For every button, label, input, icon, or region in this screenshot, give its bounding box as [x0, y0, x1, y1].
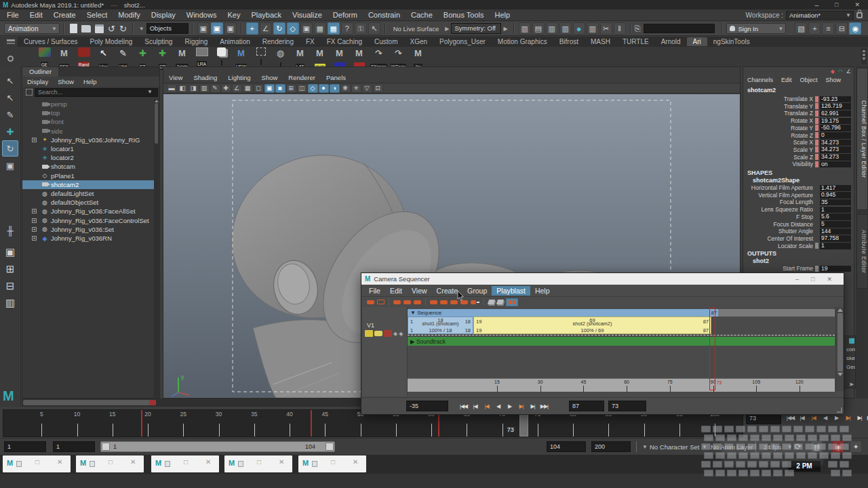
channel-value-field[interactable]: 0: [820, 132, 851, 139]
channel-value-field[interactable]: 144: [820, 228, 851, 235]
transport-step-back-button[interactable]: ◀: [492, 401, 504, 412]
shelf-item-dash[interactable]: [252, 47, 270, 68]
layer-name[interactable]: contr: [844, 345, 855, 354]
viewport-icon-14[interactable]: ●: [319, 84, 329, 93]
viewport-icon-2[interactable]: ◨: [189, 84, 199, 93]
paint-select-tool[interactable]: ✎: [2, 106, 18, 123]
close-button[interactable]: ✕: [821, 276, 838, 283]
viewport-icon-8[interactable]: ◻: [254, 84, 264, 93]
sequencer-playhead[interactable]: [709, 308, 715, 390]
outliner-menu-display[interactable]: Display: [22, 78, 53, 85]
render-icon-6[interactable]: ✂: [600, 22, 612, 35]
redo-icon[interactable]: ↻: [119, 24, 127, 34]
editor-toggle-icon-1[interactable]: +: [808, 22, 821, 35]
undo-icon[interactable]: ↺: [108, 24, 115, 34]
sequencer-menu-group[interactable]: Group: [462, 286, 492, 296]
channel-row-vertical-film-aperture[interactable]: Vertical Film Aperture0.945: [743, 192, 854, 199]
channel-row-focus-distance[interactable]: Focus Distance5: [743, 221, 854, 228]
channel-node-name[interactable]: shotcam2: [743, 85, 854, 93]
outliner-item-locator2[interactable]: ✳locator2: [22, 153, 155, 162]
range-handle-left[interactable]: [102, 443, 110, 451]
outliner-menu-show[interactable]: Show: [53, 78, 79, 85]
playback-end-field[interactable]: 104: [547, 441, 586, 452]
playblast-options-icon[interactable]: ▦: [810, 441, 823, 453]
viewport-icon-16[interactable]: ❋: [340, 84, 351, 93]
shot-block-2[interactable]: 1969shot2 (shotcam2)8719100% / 6987: [473, 317, 711, 334]
maximize-icon[interactable]: □: [257, 458, 261, 466]
sequencer-range-end-field[interactable]: 87: [569, 401, 604, 411]
track-lock-icon[interactable]: [365, 330, 373, 337]
scale-tool[interactable]: ▣: [2, 157, 18, 174]
viewport-icon-6[interactable]: ∠: [232, 84, 242, 93]
menu-select[interactable]: Select: [81, 10, 113, 20]
channel-value-field[interactable]: 1: [820, 207, 851, 214]
transport-go-start-button[interactable]: |◀◀: [458, 401, 469, 412]
selection-mask-field[interactable]: Objects: [146, 23, 189, 34]
channel-menu-show[interactable]: Show: [822, 77, 846, 83]
open-scene-icon[interactable]: [81, 25, 91, 33]
sequencer-tool-icon-15[interactable]: [506, 298, 518, 306]
save-scene-icon[interactable]: [95, 24, 104, 33]
track-arrow-left-icon[interactable]: ◈: [393, 331, 397, 337]
rotate-tool[interactable]: ↻: [2, 140, 18, 157]
outliner-tab[interactable]: Outliner: [22, 67, 58, 77]
shelf-tab-fx-caching[interactable]: FX Caching: [321, 37, 368, 46]
viewport-icon-10[interactable]: ◙: [275, 84, 285, 93]
channel-value-field[interactable]: 19.175: [820, 118, 851, 125]
transport-prev-frame-button[interactable]: |◀: [481, 401, 492, 412]
layout-four[interactable]: ⊞: [2, 261, 18, 277]
viewport-icon-18[interactable]: ▽: [362, 84, 372, 93]
collapse-triangle-icon[interactable]: ▼: [410, 310, 416, 316]
transport-prev-key-button[interactable]: |◀: [469, 401, 481, 412]
sequencer-tool-icon-7[interactable]: [430, 300, 437, 304]
channel-value-field[interactable]: 1: [820, 243, 851, 249]
range-handle-right[interactable]: [326, 443, 334, 451]
shelf-tab-ngskintools[interactable]: ngSkinTools: [707, 37, 756, 46]
outliner-item-johnny-rig-v036-facecontrolset[interactable]: +◍Johnny_Rig_v036:FaceControlSet: [22, 216, 155, 225]
search-filter-icon[interactable]: [26, 89, 33, 96]
sequencer-menu-edit[interactable]: Edit: [385, 286, 407, 296]
viewport-icon-7[interactable]: ▦: [243, 84, 253, 93]
chevron-down-icon[interactable]: ▼: [702, 444, 707, 450]
channel-menu-edit[interactable]: Edit: [777, 77, 796, 83]
menu-windows[interactable]: Windows: [181, 10, 222, 20]
chevron-right-icon[interactable]: ▶: [445, 26, 449, 32]
transport-play-button[interactable]: ▶: [504, 401, 515, 412]
playback-start-field[interactable]: 1: [53, 441, 95, 452]
sequencer-menu-file[interactable]: File: [364, 286, 385, 296]
sequencer-menu-playblast[interactable]: Playblast: [492, 286, 530, 296]
fps-selector[interactable]: 24 fps: [764, 443, 781, 451]
maximize-button[interactable]: □: [827, 1, 846, 8]
close-icon[interactable]: ✕: [279, 458, 284, 466]
viewport-icon-3[interactable]: ▥: [199, 84, 210, 93]
close-button[interactable]: ✕: [846, 1, 868, 8]
shelf-tab-rigging[interactable]: Rigging: [178, 37, 214, 46]
taskbar-tab-4[interactable]: M□✕: [224, 455, 292, 472]
channel-row-rotate-z[interactable]: Rotate Z0: [743, 132, 854, 140]
menu-constrain[interactable]: Constrain: [363, 10, 406, 20]
channel-corner-icon-0[interactable]: ◆: [831, 68, 835, 75]
minimize-button[interactable]: –: [789, 276, 805, 283]
side-tab-attribute-editor[interactable]: Attribute Editor: [856, 214, 868, 289]
viewport-icon-0[interactable]: ▬: [167, 84, 177, 93]
output-node-name[interactable]: shot2: [753, 258, 769, 264]
shelf-tab-animation[interactable]: Animation: [214, 37, 256, 46]
outliner-item-top[interactable]: top: [22, 108, 155, 117]
shelf-item-stack[interactable]: [212, 47, 231, 68]
command-input[interactable]: [644, 24, 715, 33]
track-solo-icon[interactable]: [374, 331, 382, 336]
track-arrow-right-icon[interactable]: ◈: [399, 331, 403, 337]
slider-tool[interactable]: ╫: [2, 222, 18, 239]
snap-icon-2[interactable]: ↻: [273, 22, 285, 35]
sequencer-tool-icon-14[interactable]: [497, 300, 503, 304]
viewport-menu-view[interactable]: View: [163, 74, 188, 81]
shape-node-name[interactable]: shotcam2Shape: [753, 177, 800, 184]
keyframe-marker[interactable]: [141, 410, 142, 436]
viewport-icon-19[interactable]: ⊡: [373, 84, 383, 93]
channel-value-field[interactable]: on: [820, 161, 851, 168]
channel-value-field[interactable]: 35: [820, 199, 851, 206]
menu-visualize[interactable]: Visualize: [287, 10, 328, 20]
viewport-h-scrollbar[interactable]: [22, 399, 361, 407]
maximize-icon[interactable]: □: [331, 458, 335, 466]
resize-grip[interactable]: [837, 407, 842, 413]
